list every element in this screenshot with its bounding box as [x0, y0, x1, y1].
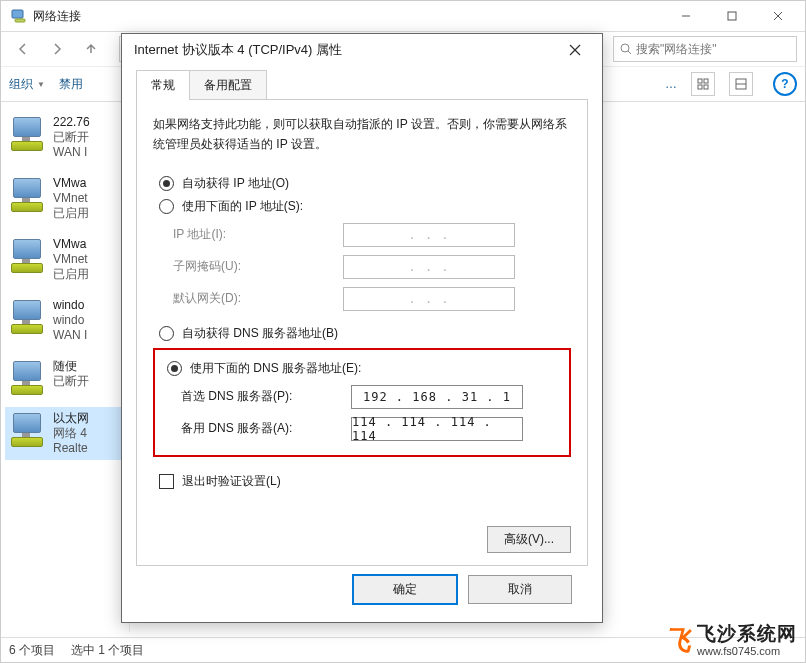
arrow-up-icon	[83, 41, 99, 57]
arrow-right-icon	[49, 41, 65, 57]
list-item[interactable]: 以太网网络 4Realte	[5, 407, 125, 460]
watermark-logo-icon: 飞	[665, 623, 691, 658]
tab-strip: 常规 备用配置	[136, 70, 588, 100]
search-icon	[620, 43, 632, 55]
svg-rect-0	[12, 10, 23, 18]
radio-ip-manual[interactable]: 使用下面的 IP 地址(S):	[159, 198, 571, 215]
radio-dns-manual[interactable]: 使用下面的 DNS 服务器地址(E):	[167, 360, 563, 377]
checkbox-icon	[159, 474, 174, 489]
svg-rect-1	[15, 19, 25, 22]
adapter-icon	[7, 411, 47, 447]
dialog-title: Internet 协议版本 4 (TCP/IPv4) 属性	[134, 41, 342, 59]
adapter-icon	[7, 237, 47, 273]
ok-button[interactable]: 确定	[352, 574, 458, 605]
watermark-brand: 飞沙系统网	[697, 624, 797, 645]
svg-rect-11	[704, 85, 708, 89]
alternate-dns-label: 备用 DNS 服务器(A):	[181, 420, 341, 437]
list-item[interactable]: VMwaVMnet已启用	[5, 233, 125, 286]
gateway-input: . . .	[343, 287, 515, 311]
list-item[interactable]: 随便已断开	[5, 355, 125, 399]
adapter-icon	[7, 176, 47, 212]
dns-highlight-box: 使用下面的 DNS 服务器地址(E): 首选 DNS 服务器(P):192 . …	[153, 348, 571, 457]
ip-address-input: . . .	[343, 223, 515, 247]
close-icon	[773, 11, 783, 21]
overflow-label: …	[665, 77, 677, 91]
search-placeholder: 搜索"网络连接"	[636, 41, 717, 58]
radio-icon	[159, 199, 174, 214]
dialog-footer: 确定 取消	[136, 566, 588, 612]
adapter-icon	[7, 359, 47, 395]
adapter-icon	[7, 298, 47, 334]
tab-panel-general: 如果网络支持此功能，则可以获取自动指派的 IP 设置。否则，你需要从网络系统管理…	[136, 99, 588, 566]
close-button[interactable]	[755, 1, 801, 31]
arrow-left-icon	[15, 41, 31, 57]
radio-icon	[159, 326, 174, 341]
titlebar: 网络连接	[1, 1, 805, 31]
view-icon	[697, 78, 709, 90]
view-button-2[interactable]	[729, 72, 753, 96]
svg-rect-9	[704, 79, 708, 83]
radio-ip-auto[interactable]: 自动获得 IP 地址(O)	[159, 175, 571, 192]
selection-count: 选中 1 个项目	[71, 642, 144, 659]
maximize-button[interactable]	[709, 1, 755, 31]
preferred-dns-label: 首选 DNS 服务器(P):	[181, 388, 341, 405]
dns-fields: 首选 DNS 服务器(P):192 . 168 . 31 . 1 备用 DNS …	[181, 385, 563, 441]
dialog-close-button[interactable]	[560, 35, 590, 65]
alternate-dns-input[interactable]: 114 . 114 . 114 . 114	[351, 417, 523, 441]
details-icon	[735, 78, 747, 90]
help-button[interactable]: ?	[773, 72, 797, 96]
advanced-button[interactable]: 高级(V)...	[487, 526, 571, 553]
list-item[interactable]: 222.76已断开WAN I	[5, 111, 125, 164]
tab-general[interactable]: 常规	[136, 70, 190, 100]
ipv4-properties-dialog: Internet 协议版本 4 (TCP/IPv4) 属性 常规 备用配置 如果…	[121, 33, 603, 623]
close-icon	[569, 44, 581, 56]
minimize-icon	[681, 11, 691, 21]
validate-on-exit-checkbox[interactable]: 退出时验证设置(L)	[159, 473, 571, 490]
ip-fields: IP 地址(I):. . . 子网掩码(U):. . . 默认网关(D):. .…	[173, 223, 571, 311]
svg-rect-3	[728, 12, 736, 20]
maximize-icon	[727, 11, 737, 21]
list-item[interactable]: VMwaVMnet已启用	[5, 172, 125, 225]
watermark: 飞 飞沙系统网 www.fs0745.com	[665, 623, 797, 658]
minimize-button[interactable]	[663, 1, 709, 31]
dialog-body: 常规 备用配置 如果网络支持此功能，则可以获取自动指派的 IP 设置。否则，你需…	[122, 66, 602, 622]
description-text: 如果网络支持此功能，则可以获取自动指派的 IP 设置。否则，你需要从网络系统管理…	[153, 114, 571, 155]
app-icon	[11, 8, 27, 24]
subnet-mask-input: . . .	[343, 255, 515, 279]
connection-list: 222.76已断开WAN I VMwaVMnet已启用 VMwaVMnet已启用…	[1, 101, 129, 632]
watermark-url: www.fs0745.com	[697, 645, 797, 657]
svg-rect-10	[698, 85, 702, 89]
tab-alternate[interactable]: 备用配置	[189, 70, 267, 100]
ip-address-label: IP 地址(I):	[173, 226, 333, 243]
disable-command[interactable]: 禁用	[59, 76, 83, 93]
subnet-mask-label: 子网掩码(U):	[173, 258, 333, 275]
svg-line-7	[628, 51, 631, 54]
radio-dns-auto[interactable]: 自动获得 DNS 服务器地址(B)	[159, 325, 571, 342]
list-item[interactable]: windowindoWAN I	[5, 294, 125, 347]
svg-point-6	[621, 44, 629, 52]
cancel-button[interactable]: 取消	[468, 575, 572, 604]
preferred-dns-input[interactable]: 192 . 168 . 31 . 1	[351, 385, 523, 409]
radio-icon	[167, 361, 182, 376]
search-box[interactable]: 搜索"网络连接"	[613, 36, 797, 62]
view-button-1[interactable]	[691, 72, 715, 96]
window-title: 网络连接	[33, 8, 81, 25]
network-connections-window: 网络连接 搜索"网络连接" 组织▼ 禁用 … ? 222.76已断开WAN I …	[0, 0, 806, 663]
item-count: 6 个项目	[9, 642, 55, 659]
forward-button[interactable]	[43, 35, 71, 63]
organize-menu[interactable]: 组织▼	[9, 76, 45, 93]
up-button[interactable]	[77, 35, 105, 63]
chevron-down-icon: ▼	[37, 80, 45, 89]
svg-rect-8	[698, 79, 702, 83]
gateway-label: 默认网关(D):	[173, 290, 333, 307]
radio-icon	[159, 176, 174, 191]
back-button[interactable]	[9, 35, 37, 63]
dialog-titlebar: Internet 协议版本 4 (TCP/IPv4) 属性	[122, 34, 602, 66]
adapter-icon	[7, 115, 47, 151]
